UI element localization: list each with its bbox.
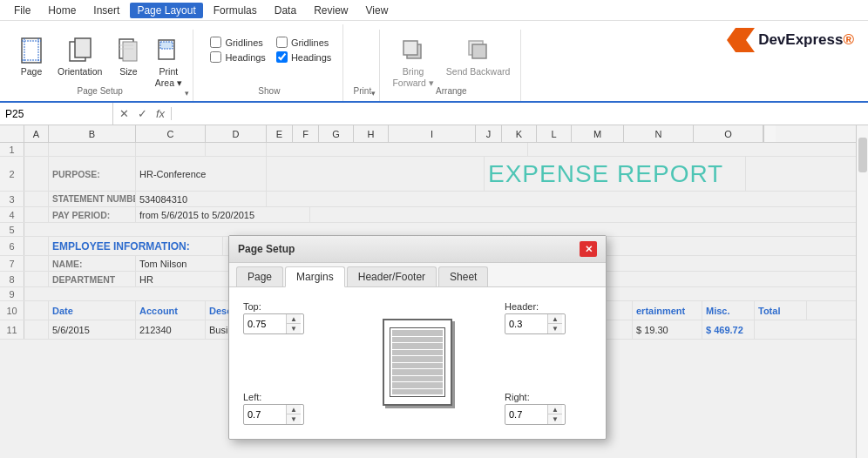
header-arrows: ▲ ▼ xyxy=(547,314,562,333)
dialog-overlay: Page Setup ✕ Page Margins Header/Footer … xyxy=(0,0,868,458)
tab-page[interactable]: Page xyxy=(236,266,283,286)
left-margin-arrows: ▲ ▼ xyxy=(286,405,301,424)
top-margin-input[interactable] xyxy=(244,317,286,331)
right-margin-down[interactable]: ▼ xyxy=(548,414,562,424)
right-margin-up[interactable]: ▲ xyxy=(548,405,562,414)
tab-sheet[interactable]: Sheet xyxy=(438,266,488,286)
left-margin-up[interactable]: ▲ xyxy=(287,405,301,414)
right-margin-field: Right: ▲ ▼ xyxy=(505,392,592,425)
left-margin-spinner[interactable]: ▲ ▼ xyxy=(243,404,304,425)
left-margin-label: Left: xyxy=(243,392,330,402)
top-margin-field: Top: ▲ ▼ xyxy=(243,301,330,334)
dialog-body: Top: ▲ ▼ Left: ▲ xyxy=(229,287,606,439)
header-spinner[interactable]: ▲ ▼ xyxy=(505,313,566,334)
left-margin-fields: Top: ▲ ▼ Left: ▲ xyxy=(243,301,330,425)
right-margin-arrows: ▲ ▼ xyxy=(547,405,562,424)
top-margin-up[interactable]: ▲ xyxy=(287,314,301,324)
left-margin-field: Left: ▲ ▼ xyxy=(243,392,330,425)
header-up[interactable]: ▲ xyxy=(548,314,562,324)
dialog-title-bar: Page Setup ✕ xyxy=(229,236,606,263)
right-margin-spinner[interactable]: ▲ ▼ xyxy=(505,404,566,425)
left-margin-input[interactable] xyxy=(244,407,286,421)
right-margin-label: Right: xyxy=(505,392,592,402)
dialog-close-button[interactable]: ✕ xyxy=(580,241,597,257)
dialog-tabs: Page Margins Header/Footer Sheet xyxy=(229,263,606,287)
tab-header-footer[interactable]: Header/Footer xyxy=(347,266,437,286)
page-setup-dialog: Page Setup ✕ Page Margins Header/Footer … xyxy=(228,235,607,440)
right-margin-fields: Header: ▲ ▼ Right: ▲ xyxy=(505,301,592,425)
tab-margins[interactable]: Margins xyxy=(285,266,345,287)
top-margin-arrows: ▲ ▼ xyxy=(286,314,301,333)
header-input[interactable] xyxy=(505,317,547,331)
top-margin-down[interactable]: ▼ xyxy=(287,324,301,333)
page-preview-container xyxy=(344,301,491,425)
header-field: Header: ▲ ▼ xyxy=(505,301,592,334)
left-margin-down[interactable]: ▼ xyxy=(287,414,301,424)
top-margin-spinner[interactable]: ▲ ▼ xyxy=(243,313,304,334)
header-label: Header: xyxy=(505,301,592,312)
right-margin-input[interactable] xyxy=(505,407,547,421)
page-preview xyxy=(383,319,452,406)
dialog-title: Page Setup xyxy=(238,243,295,255)
top-margin-label: Top: xyxy=(243,301,330,312)
header-down[interactable]: ▼ xyxy=(548,324,562,333)
